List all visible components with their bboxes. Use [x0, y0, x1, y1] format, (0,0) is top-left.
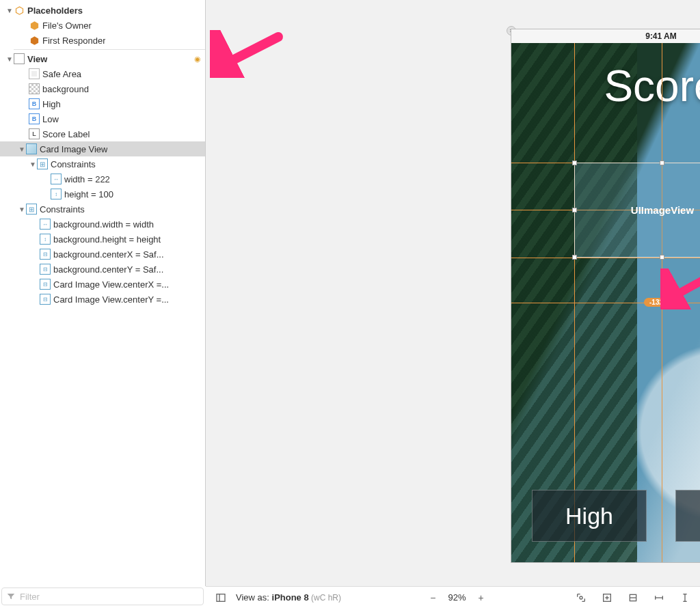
- root-constraints-group[interactable]: ▼ ⊞ Constraints: [0, 202, 205, 217]
- resolve-issues-icon[interactable]: [677, 591, 693, 605]
- item-label: View: [27, 54, 47, 64]
- cube-icon: [29, 35, 40, 46]
- zoom-percentage[interactable]: 92%: [448, 592, 466, 603]
- item-label: Card Image View: [40, 144, 107, 154]
- card-image-view-item[interactable]: ▼ Card Image View: [0, 141, 205, 156]
- button-label: High: [565, 503, 613, 529]
- align-icon[interactable]: [625, 591, 641, 605]
- item-label: Score Label: [42, 129, 90, 139]
- item-label: Safe Area: [42, 69, 81, 79]
- low-button[interactable]: Low: [675, 490, 700, 542]
- status-time: 9:41 AM: [645, 31, 677, 41]
- constraint-item[interactable]: ⊟ background.centerY = Saf...: [0, 262, 205, 277]
- constraint-centery-icon: ⊟: [40, 264, 51, 275]
- document-outline-sidebar: ▼ Placeholders File's Owner First Respon…: [0, 0, 206, 586]
- disclosure-triangle-icon[interactable]: ▼: [5, 7, 14, 14]
- high-button[interactable]: High: [532, 490, 647, 542]
- annotation-arrow-icon: [210, 30, 285, 78]
- phone-canvas[interactable]: 9:41 AM Score UIImageView: [511, 29, 700, 563]
- disclosure-triangle-icon[interactable]: ▼: [18, 146, 26, 153]
- disclosure-triangle-icon[interactable]: ▼: [29, 161, 37, 168]
- zoom-controls: − 92% +: [427, 591, 486, 605]
- constraint-width-icon: ↔: [40, 219, 51, 230]
- resize-handle[interactable]: [660, 161, 664, 165]
- constraint-item[interactable]: ↕ background.height = height: [0, 232, 205, 247]
- canvas-area[interactable]: × 9:41 AM Score: [206, 0, 700, 586]
- constraint-height-icon: ↕: [40, 234, 51, 245]
- item-label: Low: [42, 114, 59, 124]
- outline-filter-bar[interactable]: [1, 588, 204, 605]
- warning-badge-icon[interactable]: ◉: [194, 55, 201, 64]
- high-button-item[interactable]: B High: [0, 96, 205, 111]
- constraint-width-icon: ↔: [51, 174, 62, 184]
- item-label: Constraints: [51, 159, 96, 169]
- view-root-item[interactable]: ▼ View ◉: [0, 51, 205, 66]
- add-constraints-icon[interactable]: [651, 591, 667, 605]
- first-responder-item[interactable]: First Responder: [0, 33, 205, 48]
- view-as-sizeclass: (wC hR): [309, 593, 341, 603]
- svg-point-2: [580, 596, 582, 599]
- view-as-button[interactable]: View as: iPhone 8 (wC hR): [236, 592, 341, 603]
- view-as-prefix: View as:: [236, 592, 272, 603]
- constraint-width-item[interactable]: ↔ width = 222: [0, 171, 205, 186]
- resize-handle[interactable]: [572, 161, 577, 165]
- constraint-item[interactable]: ↔ background.width = width: [0, 217, 205, 232]
- alignment-guide: [511, 258, 700, 258]
- cube-icon: [29, 20, 40, 31]
- zoom-out-button[interactable]: −: [427, 591, 438, 605]
- safe-area-icon: [29, 68, 40, 79]
- item-label: background.centerX = Saf...: [53, 249, 164, 260]
- constraint-item[interactable]: ⊟ Card Image View.centerY =...: [0, 292, 205, 307]
- item-label: background: [42, 84, 89, 94]
- toggle-outline-icon[interactable]: [213, 591, 229, 605]
- outline-tree: ▼ Placeholders File's Owner First Respon…: [0, 0, 205, 586]
- score-label-item[interactable]: L Score Label: [0, 126, 205, 141]
- item-label: File's Owner: [42, 20, 92, 31]
- card-constraints-group[interactable]: ▼ ⊞ Constraints: [0, 156, 205, 171]
- files-owner-item[interactable]: File's Owner: [0, 18, 205, 33]
- divider: [14, 49, 205, 50]
- item-label: background.centerY = Saf...: [53, 264, 163, 275]
- item-label: background.width = width: [53, 219, 154, 230]
- label-icon: L: [29, 128, 40, 139]
- view-icon: [14, 53, 25, 64]
- constraints-icon: ⊞: [26, 204, 37, 215]
- filter-icon: [6, 592, 16, 601]
- status-bar: 9:41 AM: [511, 29, 700, 43]
- disclosure-triangle-icon[interactable]: ▼: [18, 206, 26, 213]
- item-label: Constraints: [40, 204, 85, 215]
- constraint-height-item[interactable]: ↕ height = 100: [0, 186, 205, 202]
- zoom-in-button[interactable]: +: [476, 591, 487, 605]
- item-label: Card Image View.centerY =...: [53, 294, 169, 305]
- disclosure-triangle-icon[interactable]: ▼: [5, 55, 14, 63]
- update-frames-icon[interactable]: [573, 591, 589, 605]
- filter-input[interactable]: [20, 592, 199, 602]
- resize-handle[interactable]: [572, 208, 577, 212]
- item-label: Card Image View.centerX =...: [53, 279, 169, 290]
- low-button-item[interactable]: B Low: [0, 111, 205, 126]
- constraint-centerx-icon: ⊟: [40, 279, 51, 290]
- constraint-centery-icon: ⊟: [40, 294, 51, 305]
- placeholders-heading[interactable]: ▼ Placeholders: [0, 3, 205, 18]
- item-label: High: [42, 99, 61, 109]
- resize-handle[interactable]: [572, 255, 577, 260]
- score-label: Score: [511, 61, 700, 111]
- item-label: background.height = height: [53, 234, 161, 245]
- uiimageview-placeholder-label: UIImageView: [631, 204, 694, 216]
- resize-handle[interactable]: [660, 255, 664, 260]
- safe-area-item[interactable]: Safe Area: [0, 66, 205, 81]
- imageview-icon: [29, 83, 40, 94]
- placeholders-label: Placeholders: [27, 5, 83, 16]
- button-icon: B: [29, 98, 40, 109]
- button-icon: B: [29, 113, 40, 124]
- item-label: First Responder: [42, 36, 105, 46]
- background-item[interactable]: background: [0, 81, 205, 96]
- item-label: height = 100: [64, 189, 113, 199]
- card-image-view[interactable]: UIImageView: [574, 163, 700, 258]
- annotation-arrow-icon: [660, 268, 700, 309]
- canvas-tools: [573, 591, 693, 605]
- embed-in-icon[interactable]: [599, 591, 615, 605]
- phone-content: Score UIImageView: [511, 43, 700, 562]
- constraint-item[interactable]: ⊟ background.centerX = Saf...: [0, 247, 205, 262]
- constraint-item[interactable]: ⊟ Card Image View.centerX =...: [0, 277, 205, 292]
